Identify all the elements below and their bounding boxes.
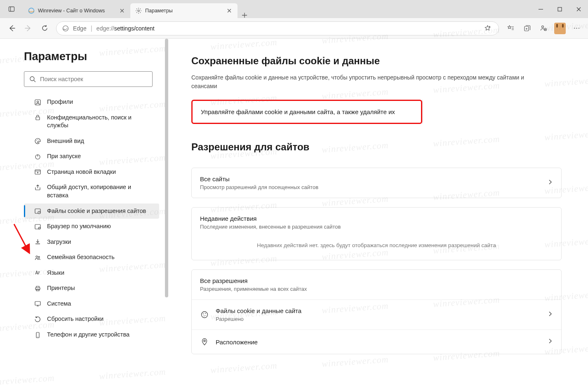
nav-appearance[interactable]: Внешний вид bbox=[24, 133, 159, 149]
profile-switcher-button[interactable] bbox=[536, 21, 551, 36]
section-cookies-title: Сохраненные файлы cookie и данные bbox=[191, 55, 562, 67]
toolbar: Edge | edge://settings/content bbox=[0, 18, 588, 39]
nav-downloads[interactable]: Загрузки bbox=[24, 234, 159, 250]
svg-point-17 bbox=[37, 139, 38, 140]
sidebar-title: Параметры bbox=[0, 50, 165, 71]
refresh-icon bbox=[41, 25, 48, 32]
add-favorite-button[interactable] bbox=[482, 21, 493, 36]
svg-point-16 bbox=[36, 140, 37, 141]
close-icon bbox=[120, 9, 124, 13]
content: Параметры Профили Конфиденциальность, по… bbox=[0, 39, 588, 388]
back-button[interactable] bbox=[4, 21, 19, 36]
url-separator: | bbox=[91, 25, 92, 32]
permission-cookies-row[interactable]: Файлы cookie и данные сайта Разрешено bbox=[192, 300, 561, 330]
new-tab-button[interactable] bbox=[238, 12, 252, 18]
tab-settings[interactable]: Параметры bbox=[130, 3, 238, 18]
close-icon bbox=[227, 9, 231, 13]
address-bar[interactable]: Edge | edge://settings/content bbox=[56, 21, 499, 35]
svg-rect-0 bbox=[9, 7, 14, 12]
svg-point-37 bbox=[204, 340, 205, 342]
newtab-icon bbox=[34, 168, 41, 176]
download-icon bbox=[34, 238, 41, 246]
window-controls bbox=[531, 0, 588, 18]
maximize-icon bbox=[557, 7, 562, 12]
favicon-winreview bbox=[28, 7, 35, 14]
nav-privacy[interactable]: Конфиденциальность, поиск и службы bbox=[24, 110, 159, 133]
nav-printers[interactable]: Принтеры bbox=[24, 280, 159, 296]
tab-strip: Winreview - Сайт о Windows Параметры bbox=[23, 0, 252, 18]
settings-search-input[interactable] bbox=[40, 76, 147, 82]
svg-rect-29 bbox=[35, 302, 40, 305]
tab-close-button[interactable] bbox=[226, 7, 233, 14]
nav-label: Внешний вид bbox=[47, 137, 84, 145]
nav-family[interactable]: Семейная безопасность bbox=[24, 250, 159, 265]
tab-title: Winreview - Сайт о Windows bbox=[38, 8, 105, 14]
nav-newtab[interactable]: Страница новой вкладки bbox=[24, 164, 159, 180]
nav-label: При запуске bbox=[47, 152, 81, 161]
minimize-button[interactable] bbox=[531, 0, 550, 18]
row-title: Недавние действия bbox=[200, 215, 341, 222]
svg-point-9 bbox=[574, 28, 574, 28]
chevron-right-icon bbox=[547, 311, 553, 318]
titlebar: Winreview - Сайт о Windows Параметры bbox=[0, 0, 588, 18]
annotation-highlight: Управляйте файлами cookie и данными сайт… bbox=[191, 100, 422, 124]
row-subtitle: Последние изменения, внесенные в разреше… bbox=[200, 224, 341, 230]
refresh-button[interactable] bbox=[37, 21, 52, 36]
svg-point-32 bbox=[202, 312, 208, 318]
svg-point-34 bbox=[205, 313, 206, 314]
maximize-button[interactable] bbox=[550, 0, 569, 18]
arrow-right-icon bbox=[25, 25, 32, 32]
edge-scheme-icon bbox=[62, 25, 69, 32]
nav-share-copy-paste[interactable]: Общий доступ, копирование и вставка bbox=[24, 180, 159, 203]
chevron-right-icon bbox=[547, 338, 553, 346]
nav-label: Загрузки bbox=[47, 238, 71, 246]
permission-location-row[interactable]: Расположение bbox=[192, 330, 561, 354]
nav-reset[interactable]: Сбросить настройки bbox=[24, 311, 159, 327]
profile-avatar[interactable] bbox=[554, 23, 566, 34]
family-icon bbox=[34, 254, 41, 261]
manage-cookies-row[interactable]: Управляйте файлами cookie и данными сайт… bbox=[193, 101, 421, 123]
recent-activity-card: Недавние действия Последние изменения, в… bbox=[191, 207, 562, 260]
nav-languages[interactable]: Языки bbox=[24, 265, 159, 281]
lock-icon bbox=[34, 114, 41, 122]
close-window-button[interactable] bbox=[569, 0, 588, 18]
app-menu-button[interactable] bbox=[569, 21, 584, 36]
nav-profiles[interactable]: Профили bbox=[24, 94, 159, 110]
nav-system[interactable]: Система bbox=[24, 296, 159, 312]
search-icon bbox=[29, 76, 36, 82]
collections-button[interactable] bbox=[520, 21, 534, 36]
all-sites-card[interactable]: Все сайты Просмотр разрешений для посеще… bbox=[191, 168, 562, 198]
nav-default-browser[interactable]: Браузер по умолчанию bbox=[24, 219, 159, 234]
collections-icon bbox=[524, 25, 531, 32]
tab-winreview[interactable]: Winreview - Сайт о Windows bbox=[23, 3, 130, 18]
tab-actions-button[interactable] bbox=[0, 0, 23, 18]
nav-label: Конфиденциальность, поиск и службы bbox=[47, 114, 153, 130]
language-icon bbox=[34, 269, 41, 277]
reset-icon bbox=[34, 316, 41, 323]
nav-label: Браузер по умолчанию bbox=[47, 222, 111, 231]
svg-point-5 bbox=[63, 26, 68, 31]
nav-label: Семейная безопасность bbox=[47, 253, 115, 262]
recent-empty-text: Недавних действий нет. здесь будут отобр… bbox=[192, 232, 561, 260]
svg-point-7 bbox=[541, 26, 543, 28]
star-lines-icon bbox=[507, 25, 514, 32]
settings-search[interactable] bbox=[24, 71, 153, 87]
plus-icon bbox=[242, 12, 247, 18]
tab-actions-icon bbox=[8, 6, 15, 12]
power-icon bbox=[34, 153, 41, 160]
person-icon bbox=[540, 25, 547, 32]
nav-label: Языки bbox=[47, 269, 64, 277]
nav-phone-claude[interactable]: Телефон и другие устройства bbox=[24, 327, 159, 343]
nav-label: Профили bbox=[47, 98, 73, 106]
cookie-icon bbox=[200, 310, 209, 319]
manage-cookies-row-tail[interactable] bbox=[422, 100, 423, 124]
svg-rect-4 bbox=[558, 7, 562, 11]
favorites-button[interactable] bbox=[503, 21, 518, 36]
forward-button[interactable] bbox=[21, 21, 35, 36]
nav-startup[interactable]: При запуске bbox=[24, 149, 159, 164]
manage-cookies-row-highlighted: Управляйте файлами cookie и данными сайт… bbox=[191, 100, 562, 124]
phone-icon bbox=[34, 331, 41, 339]
settings-sidebar: Параметры Профили Конфиденциальность, по… bbox=[0, 39, 165, 388]
nav-cookies-permissions[interactable]: Файлы cookie и разрешения сайтов bbox=[24, 203, 159, 219]
tab-close-button[interactable] bbox=[119, 7, 125, 14]
